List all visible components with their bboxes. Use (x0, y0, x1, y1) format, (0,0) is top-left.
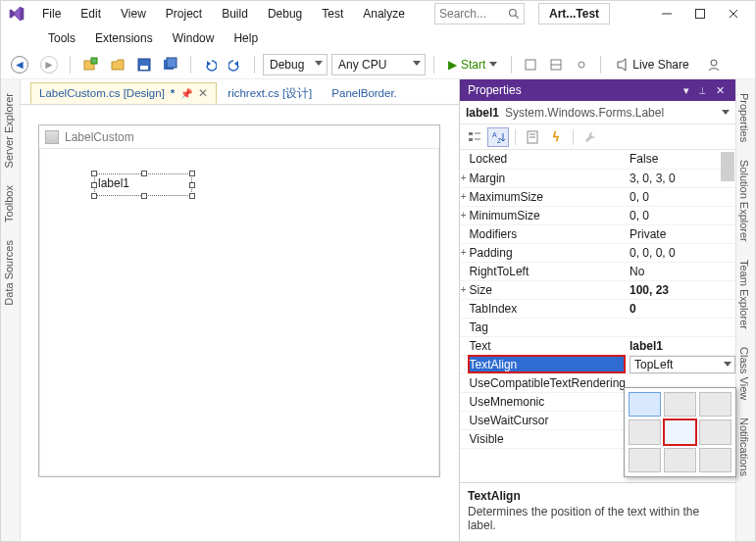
property-value[interactable]: 0, 0 (626, 206, 735, 224)
menu-view[interactable]: View (113, 4, 154, 24)
property-row[interactable]: ModifiersPrivate (460, 224, 735, 243)
resize-handle[interactable] (189, 171, 195, 176)
designer-surface[interactable]: LabelCustom label1 (21, 105, 459, 541)
property-row[interactable]: RightToLeftNo (460, 262, 735, 280)
redo-button[interactable] (225, 54, 246, 75)
property-row[interactable]: +Margin3, 0, 3, 0 (460, 169, 735, 187)
pin-icon[interactable]: ⟂ (696, 84, 709, 96)
rail-toolbox[interactable]: Toolbox (1, 177, 17, 230)
resize-handle[interactable] (91, 193, 97, 199)
rail-notifications[interactable]: Notifications (736, 410, 752, 484)
property-value[interactable]: 0, 0, 0, 0 (626, 243, 735, 262)
search-box[interactable]: Search... (434, 3, 525, 25)
resize-handle[interactable] (189, 182, 195, 188)
rail-properties[interactable]: Properties (736, 85, 752, 150)
nav-fwd-button[interactable]: ► (36, 54, 62, 75)
property-row[interactable]: LockedFalse (460, 150, 735, 169)
property-value[interactable]: 0, 0 (626, 187, 735, 206)
property-row[interactable]: TabIndex0 (460, 299, 735, 318)
tool-button-2[interactable] (545, 54, 567, 75)
undo-button[interactable] (199, 54, 221, 75)
start-button[interactable]: ▶ Start (442, 58, 503, 72)
menu-file[interactable]: File (34, 4, 69, 24)
property-row[interactable]: +MaximumSize0, 0 (460, 187, 735, 206)
scrollbar-thumb[interactable] (721, 152, 734, 181)
property-value[interactable]: 0 (626, 299, 735, 318)
maximize-icon[interactable] (694, 8, 706, 20)
config-combo[interactable]: Debug (263, 54, 328, 75)
properties-object-selector[interactable]: label1 System.Windows.Forms.Label (460, 101, 735, 124)
resize-handle[interactable] (141, 193, 147, 199)
property-row[interactable]: +Padding0, 0, 0, 0 (460, 243, 735, 262)
align-top-left[interactable] (629, 392, 661, 417)
pin-icon[interactable]: 📌 (180, 88, 192, 99)
properties-page-button[interactable] (522, 127, 543, 147)
events-button[interactable]: ϟ (545, 127, 567, 147)
selected-label-control[interactable]: label1 (94, 173, 192, 196)
property-wrench-button[interactable] (580, 127, 601, 147)
align-bottom-right[interactable] (699, 448, 731, 472)
expand-toggle[interactable]: + (460, 280, 468, 299)
property-value[interactable]: 3, 0, 3, 0 (626, 169, 735, 187)
property-value[interactable]: False (626, 150, 735, 169)
nav-back-button[interactable]: ◄ (7, 54, 32, 75)
rail-solution-explorer[interactable]: Solution Explorer (736, 152, 752, 250)
close-icon[interactable] (728, 8, 739, 20)
align-middle-right[interactable] (699, 419, 731, 444)
property-value[interactable]: TopLeft (626, 355, 735, 373)
menu-project[interactable]: Project (158, 4, 210, 24)
expand-toggle[interactable]: + (460, 243, 468, 262)
solution-selector[interactable]: Art...Test (538, 3, 610, 25)
new-project-button[interactable] (78, 54, 102, 75)
property-row[interactable]: Tag (460, 318, 735, 336)
menu-build[interactable]: Build (214, 4, 256, 24)
window-menu-icon[interactable]: ▾ (680, 84, 692, 97)
resize-handle[interactable] (189, 193, 195, 199)
save-all-button[interactable] (159, 54, 182, 75)
save-button[interactable] (133, 54, 155, 75)
align-middle-left[interactable] (629, 419, 661, 444)
rail-class-view[interactable]: Class View (736, 339, 752, 408)
rail-server-explorer[interactable]: Server Explorer (1, 85, 17, 175)
tool-button-3[interactable] (571, 54, 592, 75)
tab-other-2[interactable]: PanelBorder. (323, 82, 406, 104)
property-row[interactable]: TextAlignTopLeft (460, 355, 735, 373)
resize-handle[interactable] (91, 182, 97, 188)
account-button[interactable] (703, 54, 725, 75)
rail-team-explorer[interactable]: Team Explorer (736, 252, 752, 337)
property-row[interactable]: +Size100, 23 (460, 280, 735, 299)
menu-window[interactable]: Window (165, 28, 223, 48)
tab-active[interactable]: LabelCustom.cs [Design]* 📌 ✕ (30, 82, 217, 104)
tool-button-1[interactable] (520, 54, 541, 75)
menu-analyze[interactable]: Analyze (355, 4, 413, 24)
menu-test[interactable]: Test (314, 4, 351, 24)
align-top-center[interactable] (664, 392, 696, 417)
align-middle-center[interactable] (664, 419, 696, 444)
property-value[interactable] (626, 318, 735, 336)
property-value[interactable]: label1 (626, 336, 735, 355)
categorized-button[interactable] (464, 127, 485, 147)
live-share-button[interactable]: Live Share (609, 58, 694, 72)
close-icon[interactable]: ✕ (713, 84, 728, 97)
align-bottom-left[interactable] (629, 448, 661, 472)
align-bottom-center[interactable] (664, 448, 696, 472)
menu-tools[interactable]: Tools (40, 28, 83, 48)
menu-help[interactable]: Help (226, 28, 266, 48)
menu-debug[interactable]: Debug (260, 4, 310, 24)
platform-combo[interactable]: Any CPU (331, 54, 426, 75)
expand-toggle[interactable]: + (460, 206, 468, 224)
tab-other-1[interactable]: richrext.cs [设计] (219, 82, 321, 104)
rail-data-sources[interactable]: Data Sources (1, 232, 17, 314)
properties-titlebar[interactable]: Properties ▾ ⟂ ✕ (460, 79, 735, 101)
resize-handle[interactable] (91, 171, 97, 176)
property-value[interactable]: No (626, 262, 735, 280)
menu-extensions[interactable]: Extensions (87, 28, 161, 48)
property-value-combo[interactable]: TopLeft (630, 356, 735, 373)
text-align-picker[interactable] (624, 387, 736, 477)
property-value[interactable]: 100, 23 (626, 280, 735, 299)
alphabetical-button[interactable]: AZ (487, 127, 509, 147)
property-value[interactable]: Private (626, 224, 735, 243)
open-button[interactable] (106, 54, 129, 75)
menu-edit[interactable]: Edit (73, 4, 109, 24)
property-row[interactable]: +MinimumSize0, 0 (460, 206, 735, 224)
